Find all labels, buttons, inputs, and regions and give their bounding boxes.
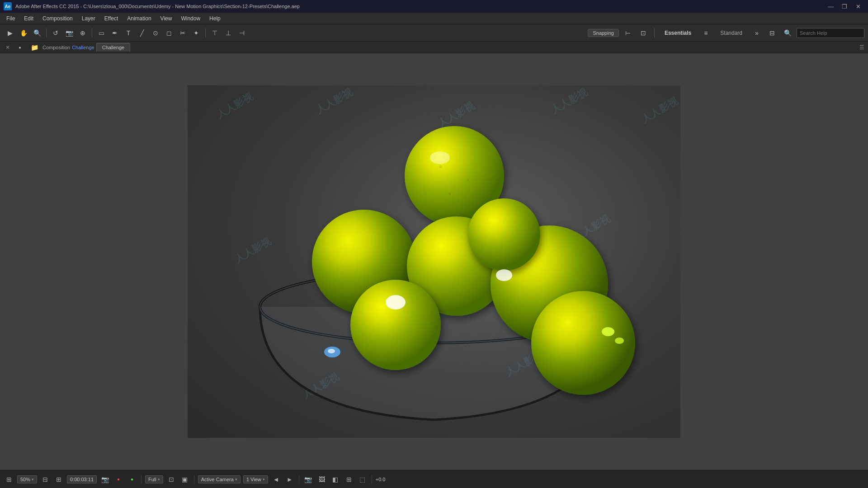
menu-composition[interactable]: Composition — [38, 14, 77, 23]
prev-view-icon[interactable]: ◄ — [271, 474, 282, 485]
svg-point-12 — [324, 347, 340, 357]
standard-button[interactable]: Standard — [715, 29, 748, 37]
transparency-icon[interactable]: ▣ — [179, 474, 190, 485]
roto-brush-tool[interactable]: ✂ — [176, 27, 189, 39]
maximize-button[interactable]: ❐ — [838, 2, 851, 11]
svg-point-8 — [491, 225, 608, 343]
camera-icon[interactable]: 📷 — [99, 474, 110, 485]
essentials-button[interactable]: Essentials — [659, 29, 697, 37]
composition-icon[interactable]: ⊞ — [4, 474, 14, 485]
svg-point-10 — [531, 291, 635, 395]
pen-tool[interactable]: ✒ — [108, 27, 121, 39]
main-viewport: 人人影视 人人影视 人人影视 人人影视 人人影视 人人影视 人人影视 人人影视 … — [0, 53, 868, 470]
screen-btn-1[interactable]: ⊟ — [766, 27, 778, 39]
watermark-6: 人人影视 — [232, 235, 273, 266]
menu-edit[interactable]: Edit — [19, 14, 38, 23]
quality-label: Full — [148, 477, 156, 482]
breadcrumb-comp-name[interactable]: Challenge — [72, 45, 94, 50]
pixels-icon[interactable]: ⊞ — [53, 474, 64, 485]
quality-dropdown-arrow: ▾ — [158, 477, 160, 482]
active-camera-control[interactable]: Active Camera ▾ — [198, 475, 241, 483]
toolbar-sep-1 — [46, 28, 47, 38]
window-controls: — ❐ ✕ — [825, 2, 864, 11]
canvas-area: 人人影视 人人影视 人人影视 人人影视 人人影视 人人影视 人人影视 人人影视 … — [188, 85, 680, 438]
window-title: Adobe After Effects CC 2015 - C:\Users\z… — [15, 4, 821, 9]
clone-stamp-tool[interactable]: ⊙ — [149, 27, 162, 39]
hand-tool[interactable]: ✋ — [17, 27, 30, 39]
line-tool[interactable]: ╱ — [136, 27, 148, 39]
comp-tab-bar: ✕ ▪ 📁 Composition Challenge Challenge ☰ — [0, 42, 868, 53]
svg-point-16 — [602, 327, 614, 336]
align-anchor-1[interactable]: ⊤ — [208, 27, 221, 39]
view-dropdown-arrow: ▾ — [263, 477, 265, 482]
view-control[interactable]: 1 View ▾ — [243, 475, 268, 483]
workspace-options[interactable]: ≡ — [699, 27, 712, 39]
quality-control[interactable]: Full ▾ — [145, 475, 163, 483]
svg-point-3 — [439, 165, 442, 168]
comp-tab-challenge[interactable]: Challenge — [96, 43, 131, 52]
status-sep-1 — [141, 475, 142, 484]
rectangle-tool[interactable]: ▭ — [95, 27, 108, 39]
zoom-label: 50% — [20, 477, 30, 482]
show-snapshot-icon[interactable]: 🖼 — [316, 474, 327, 485]
render-region-icon[interactable]: ⊞ — [344, 474, 354, 485]
eraser-tool[interactable]: ◻ — [163, 27, 175, 39]
menu-animation[interactable]: Animation — [123, 14, 156, 23]
next-view-icon[interactable]: ► — [284, 474, 295, 485]
breadcrumb: Composition Challenge — [42, 45, 94, 50]
transparency-btn[interactable]: ⬚ — [357, 474, 368, 485]
active-camera-label: Active Camera — [201, 477, 234, 482]
workspace-expand[interactable]: » — [750, 27, 763, 39]
watermark-3: 人人影视 — [435, 99, 476, 131]
bowl-svg — [188, 85, 680, 438]
align-anchor-2[interactable]: ⊥ — [222, 27, 235, 39]
minimize-button[interactable]: — — [825, 2, 837, 11]
menu-file[interactable]: File — [2, 14, 19, 23]
camera-tool[interactable]: 📷 — [63, 27, 75, 39]
svg-point-18 — [430, 151, 450, 164]
svg-point-14 — [386, 295, 406, 310]
comp-menu-icon[interactable]: ☰ — [859, 44, 864, 51]
tab-bar-close[interactable]: ✕ — [4, 44, 12, 51]
menu-layer[interactable]: Layer — [77, 14, 100, 23]
frame-resize-icon[interactable]: ⊟ — [40, 474, 51, 485]
watermark-9: 人人影视 — [300, 370, 341, 402]
close-button[interactable]: ✕ — [852, 2, 864, 11]
align-anchor-3[interactable]: ⊣ — [236, 27, 248, 39]
watermark-2: 人人影视 — [313, 85, 354, 117]
menu-effect[interactable]: Effect — [100, 14, 123, 23]
snap-options-2[interactable]: ⊡ — [637, 27, 650, 39]
menu-window[interactable]: Window — [176, 14, 205, 23]
toolbar-right: Snapping ⊢ ⊡ Essentials ≡ Standard » ⊟ 🔍 — [588, 27, 864, 39]
search-icon[interactable]: 🔍 — [781, 27, 794, 39]
status-sep-3 — [299, 475, 299, 484]
app-icon: Ae — [4, 2, 12, 10]
toolbar-sep-3 — [205, 28, 206, 38]
snapping-button[interactable]: Snapping — [588, 29, 619, 37]
snap-options-1[interactable]: ⊢ — [622, 27, 634, 39]
watermark-5: 人人影视 — [639, 94, 680, 126]
green-channel-btn[interactable]: ● — [127, 474, 137, 485]
status-sep-4 — [372, 475, 372, 484]
menu-view[interactable]: View — [156, 14, 177, 23]
svg-point-6 — [312, 210, 416, 314]
menu-help[interactable]: Help — [205, 14, 225, 23]
grid-icon[interactable]: ⊡ — [166, 474, 177, 485]
zoom-control[interactable]: 50% ▾ — [17, 475, 37, 483]
pan-behind-tool[interactable]: ⊕ — [76, 27, 89, 39]
type-tool[interactable]: T — [122, 27, 135, 39]
red-channel-btn[interactable]: ● — [113, 474, 124, 485]
rotation-tool[interactable]: ↺ — [49, 27, 62, 39]
snapshot-icon[interactable]: 📷 — [303, 474, 314, 485]
selection-tool[interactable]: ▶ — [4, 27, 16, 39]
toolbar-sep-4 — [654, 28, 655, 38]
puppet-tool[interactable]: ✦ — [190, 27, 203, 39]
breadcrumb-comp-label: Composition — [42, 45, 70, 50]
tab-bar-folder[interactable]: 📁 — [28, 42, 41, 53]
timecode-display[interactable]: 0:00:03:11 — [67, 475, 97, 483]
zoom-tool[interactable]: 🔍 — [31, 27, 43, 39]
tab-bar-square[interactable]: ▪ — [14, 42, 26, 53]
svg-point-5 — [449, 193, 451, 195]
search-input[interactable] — [797, 28, 864, 38]
color-channels-icon[interactable]: ◧ — [330, 474, 341, 485]
